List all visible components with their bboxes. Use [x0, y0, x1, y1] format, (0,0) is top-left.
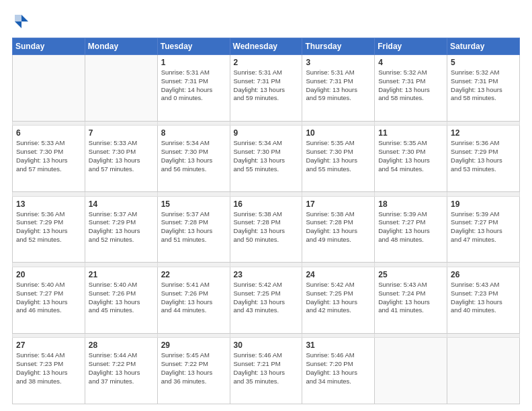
- day-info: Sunrise: 5:31 AM Sunset: 7:31 PM Dayligh…: [306, 68, 371, 103]
- day-number: 24: [306, 270, 371, 279]
- day-info: Sunrise: 5:37 AM Sunset: 7:29 PM Dayligh…: [89, 210, 154, 244]
- calendar-cell: 26Sunrise: 5:43 AM Sunset: 7:23 PM Dayli…: [447, 267, 520, 333]
- calendar-cell: 16Sunrise: 5:38 AM Sunset: 7:28 PM Dayli…: [230, 196, 302, 263]
- logo: [12, 12, 34, 31]
- day-info: Sunrise: 5:32 AM Sunset: 7:31 PM Dayligh…: [378, 68, 443, 103]
- calendar-cell: 18Sunrise: 5:39 AM Sunset: 7:27 PM Dayli…: [375, 196, 447, 263]
- day-info: Sunrise: 5:36 AM Sunset: 7:29 PM Dayligh…: [451, 139, 516, 173]
- day-number: 29: [161, 340, 226, 350]
- calendar-cell: 12Sunrise: 5:36 AM Sunset: 7:29 PM Dayli…: [447, 126, 520, 192]
- calendar-cell: 27Sunrise: 5:44 AM Sunset: 7:23 PM Dayli…: [13, 338, 85, 404]
- calendar-cell: 2Sunrise: 5:31 AM Sunset: 7:31 PM Daylig…: [230, 55, 302, 122]
- day-info: Sunrise: 5:33 AM Sunset: 7:30 PM Dayligh…: [16, 139, 81, 173]
- calendar-cell: 14Sunrise: 5:37 AM Sunset: 7:29 PM Dayli…: [85, 196, 157, 263]
- day-info: Sunrise: 5:37 AM Sunset: 7:28 PM Dayligh…: [161, 210, 226, 244]
- calendar-cell: 29Sunrise: 5:45 AM Sunset: 7:22 PM Dayli…: [157, 338, 230, 404]
- day-info: Sunrise: 5:35 AM Sunset: 7:30 PM Dayligh…: [306, 139, 371, 173]
- day-number: 4: [378, 58, 443, 67]
- calendar-cell: [447, 338, 520, 404]
- weekday-header-wednesday: Wednesday: [230, 38, 302, 55]
- day-number: 2: [234, 58, 299, 67]
- calendar-cell: 9Sunrise: 5:34 AM Sunset: 7:30 PM Daylig…: [230, 126, 302, 192]
- day-info: Sunrise: 5:45 AM Sunset: 7:22 PM Dayligh…: [161, 351, 226, 385]
- day-info: Sunrise: 5:33 AM Sunset: 7:30 PM Dayligh…: [89, 139, 154, 173]
- calendar-cell: 10Sunrise: 5:35 AM Sunset: 7:30 PM Dayli…: [302, 126, 375, 192]
- day-info: Sunrise: 5:36 AM Sunset: 7:29 PM Dayligh…: [16, 210, 81, 244]
- calendar-table: SundayMondayTuesdayWednesdayThursdayFrid…: [12, 38, 520, 404]
- week-separator: [13, 121, 520, 126]
- header: [12, 12, 520, 31]
- day-info: Sunrise: 5:34 AM Sunset: 7:30 PM Dayligh…: [161, 139, 226, 173]
- weekday-header-row: SundayMondayTuesdayWednesdayThursdayFrid…: [13, 38, 520, 55]
- day-number: 13: [16, 199, 81, 209]
- day-info: Sunrise: 5:40 AM Sunset: 7:27 PM Dayligh…: [16, 281, 81, 315]
- day-number: 30: [234, 340, 299, 350]
- calendar-cell: 21Sunrise: 5:40 AM Sunset: 7:26 PM Dayli…: [85, 267, 157, 333]
- calendar-cell: [375, 338, 447, 404]
- day-number: 25: [378, 270, 443, 279]
- logo-icon: [12, 12, 31, 31]
- day-number: 7: [89, 128, 154, 138]
- day-number: 1: [161, 58, 226, 67]
- calendar-week-3: 13Sunrise: 5:36 AM Sunset: 7:29 PM Dayli…: [13, 196, 520, 263]
- weekday-header-sunday: Sunday: [13, 38, 85, 55]
- calendar-cell: [85, 55, 157, 122]
- calendar-cell: 20Sunrise: 5:40 AM Sunset: 7:27 PM Dayli…: [13, 267, 85, 333]
- calendar-cell: 5Sunrise: 5:32 AM Sunset: 7:31 PM Daylig…: [447, 55, 520, 122]
- day-number: 16: [234, 199, 299, 209]
- day-number: 17: [306, 199, 371, 209]
- calendar-week-1: 1Sunrise: 5:31 AM Sunset: 7:31 PM Daylig…: [13, 55, 520, 122]
- day-info: Sunrise: 5:40 AM Sunset: 7:26 PM Dayligh…: [89, 281, 154, 315]
- calendar-cell: 23Sunrise: 5:42 AM Sunset: 7:25 PM Dayli…: [230, 267, 302, 333]
- page: SundayMondayTuesdayWednesdayThursdayFrid…: [0, 0, 532, 411]
- calendar-cell: 6Sunrise: 5:33 AM Sunset: 7:30 PM Daylig…: [13, 126, 85, 192]
- weekday-header-friday: Friday: [375, 38, 447, 55]
- calendar-cell: 15Sunrise: 5:37 AM Sunset: 7:28 PM Dayli…: [157, 196, 230, 263]
- day-number: 3: [306, 58, 371, 67]
- day-number: 23: [234, 270, 299, 279]
- calendar-week-2: 6Sunrise: 5:33 AM Sunset: 7:30 PM Daylig…: [13, 126, 520, 192]
- day-number: 18: [378, 199, 443, 209]
- calendar-cell: 22Sunrise: 5:41 AM Sunset: 7:26 PM Dayli…: [157, 267, 230, 333]
- day-info: Sunrise: 5:43 AM Sunset: 7:24 PM Dayligh…: [378, 281, 443, 315]
- weekday-header-monday: Monday: [85, 38, 157, 55]
- calendar-cell: [13, 55, 85, 122]
- day-info: Sunrise: 5:41 AM Sunset: 7:26 PM Dayligh…: [161, 281, 226, 315]
- calendar-cell: 30Sunrise: 5:46 AM Sunset: 7:21 PM Dayli…: [230, 338, 302, 404]
- day-info: Sunrise: 5:42 AM Sunset: 7:25 PM Dayligh…: [234, 281, 299, 315]
- week-separator: [13, 191, 520, 196]
- calendar-cell: 13Sunrise: 5:36 AM Sunset: 7:29 PM Dayli…: [13, 196, 85, 263]
- day-number: 9: [234, 128, 299, 138]
- day-info: Sunrise: 5:39 AM Sunset: 7:27 PM Dayligh…: [451, 210, 516, 244]
- calendar-cell: 17Sunrise: 5:38 AM Sunset: 7:28 PM Dayli…: [302, 196, 375, 263]
- day-info: Sunrise: 5:43 AM Sunset: 7:23 PM Dayligh…: [451, 281, 516, 315]
- day-info: Sunrise: 5:31 AM Sunset: 7:31 PM Dayligh…: [234, 68, 299, 103]
- day-info: Sunrise: 5:34 AM Sunset: 7:30 PM Dayligh…: [234, 139, 299, 173]
- day-number: 11: [378, 128, 443, 138]
- day-info: Sunrise: 5:35 AM Sunset: 7:30 PM Dayligh…: [378, 139, 443, 173]
- calendar-cell: 3Sunrise: 5:31 AM Sunset: 7:31 PM Daylig…: [302, 55, 375, 122]
- day-info: Sunrise: 5:39 AM Sunset: 7:27 PM Dayligh…: [378, 210, 443, 244]
- day-number: 15: [161, 199, 226, 209]
- day-number: 20: [16, 270, 81, 279]
- day-number: 22: [161, 270, 226, 279]
- day-number: 19: [451, 199, 516, 209]
- day-number: 27: [16, 340, 81, 350]
- day-info: Sunrise: 5:38 AM Sunset: 7:28 PM Dayligh…: [234, 210, 299, 244]
- day-info: Sunrise: 5:44 AM Sunset: 7:23 PM Dayligh…: [16, 351, 81, 385]
- day-number: 5: [451, 58, 516, 67]
- calendar-cell: 11Sunrise: 5:35 AM Sunset: 7:30 PM Dayli…: [375, 126, 447, 192]
- day-info: Sunrise: 5:46 AM Sunset: 7:20 PM Dayligh…: [306, 351, 371, 385]
- calendar-week-5: 27Sunrise: 5:44 AM Sunset: 7:23 PM Dayli…: [13, 338, 520, 404]
- day-info: Sunrise: 5:31 AM Sunset: 7:31 PM Dayligh…: [161, 68, 226, 103]
- day-number: 12: [451, 128, 516, 138]
- weekday-header-thursday: Thursday: [302, 38, 375, 55]
- calendar-cell: 19Sunrise: 5:39 AM Sunset: 7:27 PM Dayli…: [447, 196, 520, 263]
- calendar-cell: 1Sunrise: 5:31 AM Sunset: 7:31 PM Daylig…: [157, 55, 230, 122]
- calendar-cell: 7Sunrise: 5:33 AM Sunset: 7:30 PM Daylig…: [85, 126, 157, 192]
- day-number: 8: [161, 128, 226, 138]
- calendar-cell: 8Sunrise: 5:34 AM Sunset: 7:30 PM Daylig…: [157, 126, 230, 192]
- day-number: 10: [306, 128, 371, 138]
- day-number: 6: [16, 128, 81, 138]
- day-info: Sunrise: 5:44 AM Sunset: 7:22 PM Dayligh…: [89, 351, 154, 385]
